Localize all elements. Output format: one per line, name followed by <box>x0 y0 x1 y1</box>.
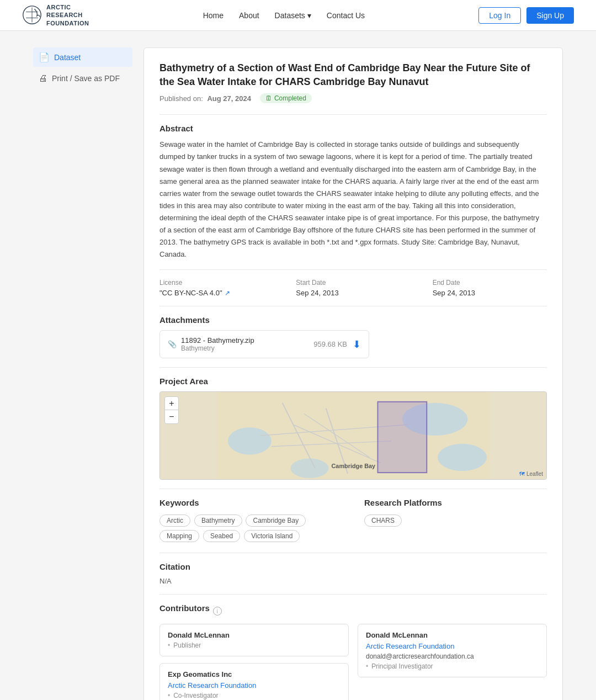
nav-about[interactable]: About <box>239 11 259 20</box>
keywords-platforms: Keywords Arctic Bathymetry Cambridge Bay… <box>159 498 547 544</box>
keyword-victoria[interactable]: Victoria Island <box>244 530 300 542</box>
dataset-meta: Published on: Aug 27, 2024 🗓 Completed <box>159 93 547 103</box>
platforms-section: Research Platforms CHARS <box>364 498 547 544</box>
svg-point-2 <box>228 428 272 455</box>
contributor-org-link[interactable]: Arctic Research Foundation <box>168 681 256 690</box>
nav-home[interactable]: Home <box>203 11 223 20</box>
svg-point-4 <box>438 444 487 471</box>
nav-contact[interactable]: Contact Us <box>327 11 365 20</box>
contributor-name-2: Donald McLennan <box>366 631 539 639</box>
sidebar-item-dataset[interactable]: 📄 Dataset <box>33 47 132 67</box>
abstract-text: Sewage water in the hamlet of Cambridge … <box>159 139 547 261</box>
attachment-size: 959.68 KB <box>313 340 347 348</box>
logo-text: ARCTIC RESEARCH FOUNDATION <box>46 3 89 27</box>
keyword-seabed[interactable]: Seabed <box>203 530 240 542</box>
contributors-info-icon[interactable]: i <box>213 607 222 616</box>
document-icon: 📄 <box>39 52 50 62</box>
map-svg: Cambridge Bay <box>160 392 546 479</box>
project-area-title: Project Area <box>159 376 547 386</box>
contributor-card-pi: Donald McLennan Arctic Research Foundati… <box>358 624 547 677</box>
map-container: Cambridge Bay + − 🗺 Leaflet <box>159 391 547 480</box>
attachment-icon: 📎 <box>168 340 177 348</box>
platforms-list: CHARS <box>364 513 547 528</box>
license-value: "CC BY-NC-SA 4.0" ↗ <box>159 289 274 297</box>
keyword-arctic[interactable]: Arctic <box>159 515 190 527</box>
start-date-field: Start Date Sep 24, 2013 <box>296 279 410 297</box>
signup-button[interactable]: Sign Up <box>526 7 574 24</box>
keyword-bathymetry[interactable]: Bathymetry <box>194 515 242 527</box>
contributor-card-publisher: Donald McLennan • Publisher <box>159 624 349 656</box>
main-container: 📄 Dataset 🖨 Print / Save as PDF Bathymet… <box>22 47 574 700</box>
end-date-field: End Date Sep 24, 2013 <box>433 279 547 297</box>
attachment-type: Bathymetry <box>181 344 254 352</box>
logo-icon <box>22 5 42 25</box>
map-zoom-controls: + − <box>164 396 179 424</box>
dataset-content: Bathymetry of a Section of Wast End of C… <box>143 47 563 700</box>
contributors-title: Contributors <box>159 603 210 613</box>
keywords-section: Keywords Arctic Bathymetry Cambridge Bay… <box>159 498 342 544</box>
keywords-list: Arctic Bathymetry Cambridge Bay Mapping … <box>159 513 342 544</box>
download-button[interactable]: ⬇ <box>353 338 361 351</box>
svg-text:Cambridge Bay: Cambridge Bay <box>332 463 376 470</box>
keyword-mapping[interactable]: Mapping <box>159 530 199 542</box>
check-icon: 🗓 <box>265 94 272 102</box>
contributor-card-org: Exp Geomatics Inc Arctic Research Founda… <box>159 663 349 700</box>
meta-fields: License "CC BY-NC-SA 4.0" ↗ Start Date S… <box>159 279 547 297</box>
dataset-title: Bathymetry of a Section of Wast End of C… <box>159 61 547 89</box>
citation-value: N/A <box>159 577 547 585</box>
published-label: Published on: Aug 27, 2024 <box>159 94 251 103</box>
chevron-down-icon: ▾ <box>307 11 311 20</box>
attachments-title: Attachments <box>159 315 547 325</box>
contributors-grid: Donald McLennan • Publisher Exp Geomatic… <box>159 624 547 700</box>
platforms-title: Research Platforms <box>364 498 547 507</box>
abstract-title: Abstract <box>159 124 547 133</box>
sidebar-item-print[interactable]: 🖨 Print / Save as PDF <box>33 69 132 88</box>
platform-chars[interactable]: CHARS <box>364 515 402 527</box>
svg-point-5 <box>290 459 328 479</box>
contributor-email: donald@arcticresearchfoundation.ca <box>366 653 539 660</box>
status-badge: 🗓 Completed <box>260 93 312 103</box>
map-zoom-in[interactable]: + <box>165 397 178 410</box>
license-field: License "CC BY-NC-SA 4.0" ↗ <box>159 279 274 297</box>
keyword-cambridge[interactable]: Cambridge Bay <box>246 515 306 527</box>
contributors-header: Contributors i <box>159 603 547 618</box>
sidebar: 📄 Dataset 🖨 Print / Save as PDF <box>33 47 132 700</box>
main-nav: Home About Datasets ▾ Contact Us <box>203 11 365 20</box>
contributor-name-1: Donald McLennan <box>168 631 340 639</box>
keywords-title: Keywords <box>159 498 342 507</box>
nav-datasets[interactable]: Datasets ▾ <box>275 11 311 20</box>
map-zoom-out[interactable]: − <box>165 410 178 423</box>
header-actions: Log In Sign Up <box>478 7 574 24</box>
contributor-org-link-2[interactable]: Arctic Research Foundation <box>366 642 454 650</box>
print-icon: 🖨 <box>39 73 47 83</box>
map-background: Cambridge Bay <box>160 392 546 479</box>
map-attribution: 🗺 Leaflet <box>519 471 543 477</box>
login-button[interactable]: Log In <box>478 7 521 24</box>
external-link-icon[interactable]: ↗ <box>225 289 230 297</box>
contributor-role-pi: • Principal Investigator <box>366 662 539 670</box>
attachment-name: 11892 - Bathymetry.zip <box>181 336 254 344</box>
citation-title: Citation <box>159 562 547 571</box>
logo: ARCTIC RESEARCH FOUNDATION <box>22 3 89 27</box>
header: ARCTIC RESEARCH FOUNDATION Home About Da… <box>0 0 596 31</box>
contributor-org-name: Exp Geomatics Inc <box>168 670 340 678</box>
svg-rect-12 <box>377 402 427 473</box>
attachment-item: 📎 11892 - Bathymetry.zip Bathymetry 959.… <box>159 330 369 358</box>
contributor-role-org: • Co-Investigator <box>168 692 340 699</box>
contributor-role-1: • Publisher <box>168 641 340 649</box>
